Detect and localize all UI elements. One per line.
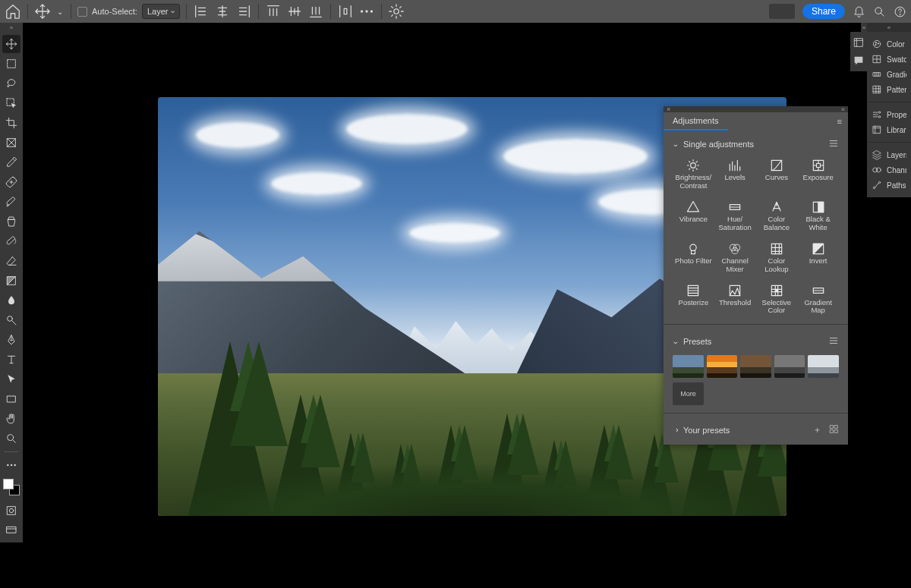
adj-photo-filter[interactable]: Photo Filter — [673, 241, 714, 275]
adj-black-white[interactable]: Black & White — [797, 200, 839, 234]
tool-type[interactable] — [2, 351, 20, 369]
comments-panel-icon[interactable] — [853, 55, 865, 67]
adj-posterize[interactable]: Posterize — [673, 283, 714, 317]
tool-heal[interactable] — [2, 173, 20, 191]
tools-collapse-handle[interactable]: » — [0, 23, 23, 32]
align-hcenter-icon[interactable] — [214, 3, 231, 20]
tool-move[interactable] — [2, 35, 20, 53]
auto-select-dropdown[interactable]: Layer — [142, 4, 181, 19]
tool-crop[interactable] — [2, 114, 20, 132]
tool-gradient[interactable] — [2, 272, 20, 290]
auto-select-checkbox[interactable] — [77, 7, 87, 17]
panel-tab-patterns[interactable]: Patterns — [867, 82, 911, 97]
adj-levels[interactable]: Levels — [714, 158, 756, 192]
tool-preset-dropdown-icon[interactable]: ⌄ — [55, 3, 65, 20]
tool-pen[interactable] — [2, 331, 20, 349]
dock-collapse-handle[interactable]: » — [861, 23, 867, 32]
3d-mode-icon[interactable] — [388, 3, 405, 20]
tool-lasso[interactable] — [2, 74, 20, 93]
panel-tab-gradients[interactable]: Gradients — [867, 67, 911, 82]
adj-brightness-contrast[interactable]: Brightness/ Contrast — [673, 158, 714, 192]
tool-edit-toolbar[interactable] — [2, 456, 20, 474]
tool-eraser[interactable] — [2, 252, 20, 270]
home-icon[interactable] — [5, 3, 21, 20]
preset-thumb[interactable] — [740, 355, 771, 378]
tool-hand[interactable] — [2, 410, 20, 428]
close-panel-icon[interactable]: × — [667, 105, 670, 113]
section-presets[interactable]: ⌄Presets — [673, 335, 839, 347]
align-top-icon[interactable] — [265, 3, 282, 20]
panel-titlebar[interactable]: × « — [664, 106, 848, 112]
panel-tab-label: Swatches — [887, 55, 906, 64]
panel-tab-paths[interactable]: Paths — [867, 178, 911, 193]
list-view-icon[interactable] — [828, 138, 839, 150]
align-vcenter-icon[interactable] — [286, 3, 303, 20]
adj-invert[interactable]: Invert — [797, 241, 839, 275]
share-button[interactable]: Share — [802, 4, 845, 19]
screen-mode-icon[interactable] — [2, 521, 20, 539]
adj-selective-color[interactable]: Selective Color — [756, 283, 798, 317]
foreground-color-swatch[interactable] — [3, 479, 14, 489]
adj-color-lookup[interactable]: Color Lookup — [756, 241, 798, 275]
tool-rectangle[interactable] — [2, 390, 20, 408]
side-panels-collapse-handle[interactable]: « — [867, 23, 911, 32]
section-single-adjustments[interactable]: ⌄Single adjustments — [673, 138, 839, 150]
adj-color-balance[interactable]: Color Balance — [756, 200, 798, 234]
tool-frame[interactable] — [2, 134, 20, 152]
panel-tab-color[interactable]: Color — [867, 36, 911, 52]
adj-icon — [811, 243, 826, 255]
move-tool-indicator-icon[interactable] — [34, 3, 51, 20]
tool-object-select[interactable] — [2, 94, 20, 112]
help-icon[interactable] — [894, 5, 906, 18]
preset-thumb[interactable] — [808, 355, 839, 378]
panel-tab-label: Properties — [887, 111, 906, 119]
adj-exposure[interactable]: Exposure — [797, 158, 839, 192]
panel-tab-channels[interactable]: Channels — [867, 162, 911, 178]
preset-thumb[interactable] — [673, 355, 704, 378]
tool-zoom[interactable] — [2, 429, 20, 448]
adj-hue-saturation[interactable]: Hue/ Saturation — [714, 200, 756, 234]
add-preset-icon[interactable]: ＋ — [813, 424, 821, 435]
panel-tab-properties[interactable]: Properties — [867, 107, 911, 122]
align-right-icon[interactable] — [235, 3, 252, 20]
quick-mask-icon[interactable] — [2, 502, 20, 520]
align-left-icon[interactable] — [193, 3, 210, 20]
panel-tab-swatches[interactable]: Swatches — [867, 52, 911, 67]
notifications-icon[interactable] — [853, 5, 865, 18]
adj-threshold[interactable]: Threshold — [714, 283, 756, 317]
adj-curves[interactable]: Curves — [756, 158, 798, 192]
adj-channel-mixer[interactable]: Channel Mixer — [714, 241, 756, 275]
list-view-icon[interactable] — [828, 335, 839, 347]
tool-blur[interactable] — [2, 291, 20, 310]
color-swatches[interactable] — [3, 479, 20, 495]
adj-gradient-map[interactable]: Gradient Map — [797, 283, 839, 317]
tool-eyedropper[interactable] — [2, 153, 20, 171]
distribute-icon[interactable] — [337, 3, 354, 20]
panel-menu-icon[interactable]: ≡ — [837, 117, 842, 126]
tool-path-select[interactable] — [2, 370, 20, 388]
align-bottom-icon[interactable] — [307, 3, 324, 20]
presets-more-button[interactable]: More — [673, 382, 704, 405]
workspace-switcher[interactable] — [769, 4, 795, 19]
preset-thumb[interactable] — [774, 355, 805, 378]
collapse-panel-icon[interactable]: « — [841, 105, 845, 113]
adj-icon — [686, 243, 701, 255]
preset-grid-icon[interactable] — [829, 424, 839, 435]
tool-dodge[interactable] — [2, 311, 20, 329]
adj-vibrance[interactable]: Vibrance — [673, 200, 714, 234]
tool-marquee[interactable] — [2, 55, 20, 73]
section-your-presets[interactable]: ⌄Your presets — [673, 426, 730, 435]
history-panel-icon[interactable] — [853, 36, 865, 49]
adj-label: Brightness/ Contrast — [676, 174, 712, 190]
tool-clone[interactable] — [2, 212, 20, 231]
tab-adjustments[interactable]: Adjustments — [664, 112, 728, 130]
more-options-icon[interactable] — [358, 3, 375, 20]
svg-point-44 — [873, 40, 880, 47]
panel-tab-libraries[interactable]: Libraries — [867, 122, 911, 137]
tool-history-brush[interactable] — [2, 232, 20, 250]
preset-thumb[interactable] — [707, 355, 738, 378]
search-icon[interactable] — [873, 5, 886, 18]
panel-tab-label: Libraries — [887, 126, 906, 134]
panel-tab-layers[interactable]: Layers — [867, 147, 911, 162]
tool-brush[interactable] — [2, 193, 20, 211]
